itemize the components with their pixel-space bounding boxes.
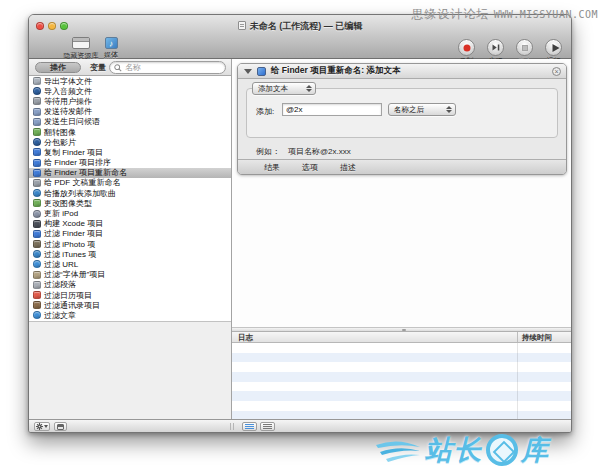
run-icon bbox=[552, 44, 559, 52]
gear-icon bbox=[36, 423, 43, 430]
resize-grip-icon[interactable] bbox=[230, 423, 236, 430]
search-input[interactable]: 名称 bbox=[109, 61, 226, 74]
list-item[interactable]: 翻转图像 bbox=[29, 127, 231, 137]
watermark-top: 思缘设计论坛 WWW.MISSYUAN.COM bbox=[411, 4, 598, 23]
list-item[interactable]: 给 PDF 文稿重新命名 bbox=[29, 178, 231, 188]
media-button[interactable]: ♪ 媒体 bbox=[101, 37, 121, 60]
list-item[interactable]: 发送生日问候语 bbox=[29, 117, 231, 127]
list-item[interactable]: 导入音频文件 bbox=[29, 86, 231, 96]
panel-icon bbox=[57, 424, 64, 430]
zoom-window-button[interactable] bbox=[60, 22, 68, 30]
image-icon bbox=[33, 199, 41, 207]
list-item[interactable]: 更改图像类型 bbox=[29, 198, 231, 208]
list-item[interactable]: 给 Finder 项目重新命名 bbox=[29, 168, 231, 178]
list-item[interactable]: 过滤 Finder 项目 bbox=[29, 229, 231, 239]
list-item[interactable]: 发送待发邮件 bbox=[29, 107, 231, 117]
ipod-icon bbox=[33, 210, 41, 218]
hide-library-button[interactable]: 隐藏资源库 bbox=[62, 37, 100, 61]
list-item[interactable]: 过滤文章 bbox=[29, 310, 231, 320]
list-item[interactable]: 过滤段落 bbox=[29, 280, 231, 290]
log-table[interactable] bbox=[232, 343, 571, 419]
popup-arrows-icon bbox=[446, 106, 452, 113]
list-item[interactable]: 过滤通讯录项目 bbox=[29, 300, 231, 310]
minimize-window-button[interactable] bbox=[48, 22, 56, 30]
audio-file-icon bbox=[33, 87, 41, 95]
document-icon bbox=[238, 21, 246, 30]
list-item[interactable]: 过滤 URL bbox=[29, 259, 231, 269]
list-item[interactable]: 给 Finder 项目排序 bbox=[29, 158, 231, 168]
xcode-icon bbox=[33, 220, 41, 228]
column-divider bbox=[517, 343, 518, 419]
watermark-badge-icon bbox=[486, 434, 518, 466]
action-footer: 结果 选项 描述 bbox=[238, 159, 566, 174]
tab-actions[interactable]: 操作 bbox=[35, 62, 81, 73]
finder-action-icon bbox=[257, 67, 266, 76]
flame-icon bbox=[376, 435, 422, 465]
action-title: 给 Finder 项目重新命名: 添加文本 bbox=[271, 65, 400, 77]
list-item[interactable]: 导出字体文件 bbox=[29, 76, 231, 86]
options-tab[interactable]: 选项 bbox=[302, 162, 318, 173]
add-text-input[interactable]: @2x bbox=[282, 103, 382, 116]
itunes-icon bbox=[33, 189, 41, 197]
pencil-icon bbox=[33, 97, 41, 105]
log-column-header[interactable]: 日志 bbox=[238, 333, 253, 343]
duration-column-header[interactable]: 持续时间 bbox=[522, 333, 552, 343]
popup-arrows-icon bbox=[306, 85, 312, 92]
list-item[interactable]: 过滤 iTunes 项 bbox=[29, 249, 231, 259]
sidebar-empty-area bbox=[29, 321, 231, 419]
disclosure-triangle-icon[interactable] bbox=[244, 69, 252, 74]
desktop: 思缘设计论坛 WWW.MISSYUAN.COM 未命名 (工作流程) — 已编辑… bbox=[0, 0, 600, 472]
font-file-icon bbox=[33, 77, 41, 85]
list-item[interactable]: 更新 iPod bbox=[29, 208, 231, 218]
finder-icon bbox=[33, 159, 41, 167]
add-field-label: 添加: bbox=[256, 106, 274, 117]
text-icon bbox=[33, 281, 41, 289]
action-header[interactable]: 给 Finder 项目重新命名: 添加文本 × bbox=[238, 64, 566, 79]
list-item[interactable]: 过滤 iPhoto 项 bbox=[29, 239, 231, 249]
pdf-icon bbox=[33, 179, 41, 187]
example-line: 例如：项目名称@2x.xxx bbox=[256, 146, 351, 157]
position-dropdown[interactable]: 名称之后 bbox=[388, 103, 456, 116]
gear-menu-button[interactable] bbox=[34, 422, 50, 431]
list-item[interactable]: 复制 Finder 项目 bbox=[29, 147, 231, 157]
column-divider[interactable] bbox=[517, 332, 518, 342]
list-item[interactable]: 构建 Xcode 项目 bbox=[29, 219, 231, 229]
list-item[interactable]: 过滤“字体册”项目 bbox=[29, 270, 231, 280]
library-panel-icon bbox=[72, 37, 90, 49]
rename-type-dropdown[interactable]: 添加文本 bbox=[252, 82, 316, 95]
list-item[interactable]: 等待用户操作 bbox=[29, 96, 231, 106]
toggle-panel-button[interactable] bbox=[54, 422, 67, 431]
list-item[interactable]: 过滤日历项目 bbox=[29, 290, 231, 300]
list-view-icon bbox=[245, 424, 254, 429]
itunes-icon bbox=[33, 250, 41, 258]
list-item[interactable]: 给播放列表添加歌曲 bbox=[29, 188, 231, 198]
media-icon: ♪ bbox=[105, 37, 118, 49]
watermark-site-name: 思缘设计论坛 bbox=[411, 7, 489, 21]
chevron-down-icon bbox=[44, 425, 48, 428]
finder-icon bbox=[33, 230, 41, 238]
calendar-icon bbox=[33, 291, 41, 299]
window-content: 操作 变量 名称 导出字体文件导入音频文件等待用户操作发送待发邮件发送生日问候语… bbox=[29, 59, 571, 419]
example-value: 项目名称@2x.xxx bbox=[288, 147, 351, 156]
results-tab[interactable]: 结果 bbox=[264, 162, 280, 173]
tab-variables[interactable]: 变量 bbox=[90, 62, 106, 73]
example-label: 例如： bbox=[256, 147, 280, 156]
contacts-icon bbox=[33, 301, 41, 309]
watermark-brand-left: 站长 bbox=[425, 432, 483, 468]
compact-view-icon bbox=[263, 424, 272, 429]
finder-icon bbox=[33, 148, 41, 156]
action-block: 给 Finder 项目重新命名: 添加文本 × 添加文本 添加: @2x 名称之… bbox=[237, 63, 567, 175]
safari-icon bbox=[33, 260, 41, 268]
description-tab[interactable]: 描述 bbox=[340, 162, 356, 173]
log-view-toggle[interactable] bbox=[260, 422, 275, 431]
stop-icon bbox=[522, 45, 528, 51]
close-action-button[interactable]: × bbox=[552, 67, 561, 76]
close-window-button[interactable] bbox=[36, 22, 44, 30]
search-icon bbox=[114, 64, 122, 72]
list-item[interactable]: 分包影片 bbox=[29, 137, 231, 147]
log-view-toggle-active[interactable] bbox=[242, 422, 257, 431]
watermark-brand-right: 库 bbox=[521, 432, 550, 468]
article-icon bbox=[33, 311, 41, 319]
record-icon bbox=[463, 44, 470, 51]
log-table-header[interactable]: 日志 持续时间 bbox=[232, 332, 571, 343]
